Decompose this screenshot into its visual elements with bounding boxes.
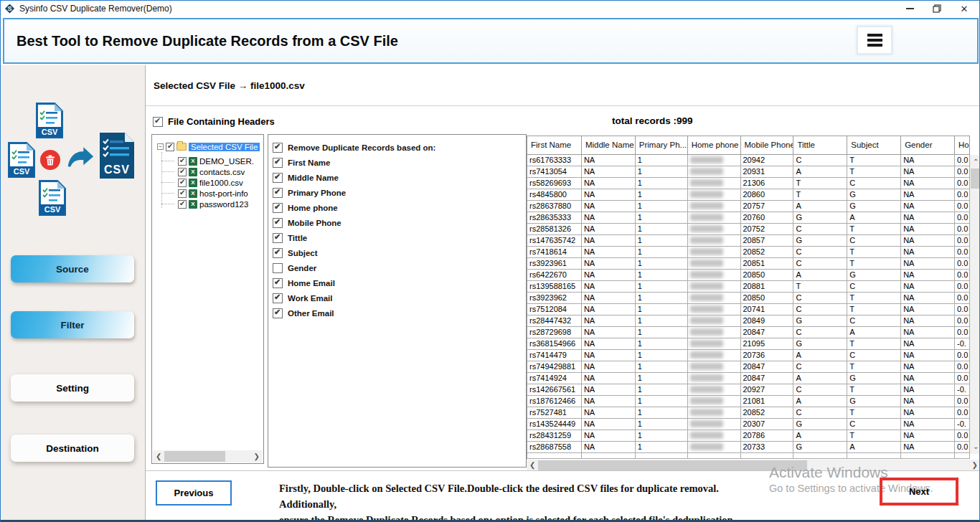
tree-horizontal-scrollbar[interactable]: ❮ ❯	[153, 450, 263, 462]
sidebar-item-destination[interactable]: Destination	[11, 435, 134, 462]
checkbox[interactable]	[273, 293, 283, 303]
scroll-left-icon[interactable]: ❮	[529, 462, 535, 469]
scroll-left-icon[interactable]: ❮	[156, 453, 161, 460]
sidebar-item-source[interactable]: Source	[11, 255, 134, 283]
checkbox[interactable]	[178, 179, 187, 187]
checkbox[interactable]	[166, 143, 174, 151]
checkbox[interactable]	[273, 203, 283, 213]
sidebar-item-filter[interactable]: Filter	[11, 311, 134, 338]
table-row[interactable]: rs4845800NA120860TGNA0.0	[527, 189, 970, 201]
tree-root-item[interactable]: −Selected CSV File	[157, 141, 260, 152]
filter-option-subject[interactable]: Subject	[273, 245, 526, 260]
tree-item-contacts-csv[interactable]: Xcontacts.csv	[178, 166, 245, 177]
checkbox[interactable]	[273, 143, 283, 153]
checkbox[interactable]	[273, 158, 283, 168]
checkbox[interactable]	[178, 157, 187, 166]
table-row[interactable]: rs28581326NA120752CTNA0.0	[527, 224, 970, 235]
column-header[interactable]: Middle Name	[582, 136, 636, 155]
checkbox[interactable]	[273, 248, 283, 258]
filter-option-mobile-phone[interactable]: Mobile Phone	[273, 215, 526, 230]
selected-file-label: Selected CSV File → file1000.csv	[154, 80, 305, 91]
minimize-button[interactable]	[897, 1, 922, 16]
table-row[interactable]: rs28729698NA120847CANA0.0	[527, 327, 970, 338]
table-row[interactable]: rs6422670NA120850AGNA0.0	[527, 270, 970, 281]
table-row[interactable]: rs147635742NA120857GCNA0.0	[527, 235, 970, 247]
filter-header-checkbox[interactable]: Remove Duplicate Records based on:	[273, 140, 526, 155]
table-row[interactable]: rs3923961NA120851CTNA0.0	[527, 258, 970, 270]
scroll-down-icon[interactable]: ⌄	[973, 443, 979, 450]
filter-option-work-email[interactable]: Work Email	[273, 290, 526, 305]
table-row[interactable]: rs187612466NA121081AGNA0.0	[527, 396, 970, 407]
table-vertical-scrollbar[interactable]: ⌃ ⌄	[970, 155, 980, 454]
checkbox[interactable]	[178, 168, 187, 176]
filter-option-middle-name[interactable]: Middle Name	[273, 170, 526, 185]
table-row[interactable]: rs28635333NA120760GANA0.0	[527, 212, 970, 224]
table-row[interactable]: rs142667561NA120927CTNA-0.	[527, 384, 970, 396]
table-row[interactable]: rs58269693NA121306TCNA0.0	[527, 178, 970, 189]
column-header[interactable]: Gender	[901, 136, 955, 155]
scroll-right-icon[interactable]: ❯	[254, 453, 260, 460]
filter-option-first-name[interactable]: First Name	[273, 155, 526, 170]
filter-option-gender[interactable]: Gender	[273, 260, 526, 275]
column-header[interactable]: Mobile Phone	[741, 136, 794, 155]
next-button[interactable]: Next	[880, 478, 958, 506]
table-row[interactable]: rs3923962NA120850CTNA0.0	[527, 293, 970, 304]
column-header[interactable]: Ho	[955, 136, 970, 155]
filter-option-home-email[interactable]: Home Email	[273, 275, 526, 290]
csv-file-type-icon: X	[189, 168, 197, 176]
tree-item-host-port-info[interactable]: Xhost-port-info	[178, 188, 248, 199]
tree-item-demo-user-[interactable]: XDEMO_USER.	[178, 156, 254, 166]
checkbox[interactable]	[273, 188, 283, 198]
column-header[interactable]: Subject	[847, 136, 901, 155]
column-header[interactable]: Tittle	[793, 136, 847, 155]
tree-root-label[interactable]: Selected CSV File	[189, 143, 260, 151]
filter-option-tittle[interactable]: Tittle	[273, 230, 526, 245]
menu-button[interactable]	[857, 26, 892, 54]
checkbox[interactable]	[273, 308, 283, 318]
table-horizontal-scrollbar[interactable]: ❮ ❯	[527, 460, 980, 471]
column-header[interactable]: First Name	[527, 136, 582, 155]
table-row[interactable]: rs28637880NA120757AGNA0.0	[527, 201, 970, 212]
table-row[interactable]: rs7527481NA120852CTNA0.0	[527, 407, 970, 419]
table-row[interactable]: rs28431259NA120786ATNA0.0	[527, 430, 970, 442]
redacted-value	[690, 156, 723, 163]
table-row[interactable]: rs139588165NA120881TCNA0.0	[527, 281, 970, 293]
filter-option-primary-phone[interactable]: Primary Phone	[273, 185, 526, 200]
scroll-up-icon[interactable]: ⌃	[973, 158, 979, 166]
scroll-right-icon[interactable]: ❯	[972, 462, 978, 469]
filter-option-home-phone[interactable]: Home phone	[273, 200, 526, 215]
tree-item-file1000-csv[interactable]: Xfile1000.csv	[178, 177, 243, 188]
tree-scroll-thumb[interactable]	[164, 451, 225, 462]
table-row[interactable]: rs368154966NA121095GTNA-0.	[527, 338, 970, 350]
title-bar: S Sysinfo CSV Duplicate Remover(Demo) ✕	[1, 1, 979, 16]
table-row[interactable]: rs61763333NA120942CTNA0.0	[527, 155, 970, 166]
sidebar-item-setting[interactable]: Setting	[11, 374, 134, 402]
checkbox[interactable]	[273, 263, 283, 273]
checkbox[interactable]	[178, 200, 187, 209]
close-button[interactable]: ✕	[952, 1, 976, 16]
table-row[interactable]: rs7414479NA120736ACNA0.0	[527, 350, 970, 361]
checkbox[interactable]	[178, 189, 187, 198]
table-row[interactable]: rs749429881NA120847CTNA0.0	[527, 361, 970, 373]
table-row[interactable]: rs28447432NA120849GCNA0.0	[527, 315, 970, 327]
table-hscroll-thumb[interactable]	[538, 460, 807, 470]
table-row[interactable]: rs7512084NA120741CTNA0.0	[527, 304, 970, 315]
table-row[interactable]: rs7414924NA120847AGNA0.0	[527, 373, 970, 384]
column-header[interactable]: Home phone	[688, 136, 741, 155]
table-vscroll-thumb[interactable]	[971, 169, 980, 189]
table-row[interactable]: rs28687558NA120733GANA0.0	[527, 442, 970, 453]
checkbox[interactable]	[273, 233, 283, 243]
checkbox[interactable]	[273, 278, 283, 288]
previous-button[interactable]: Previous	[156, 480, 232, 506]
restore-button[interactable]	[925, 1, 949, 16]
checkbox[interactable]	[273, 173, 283, 183]
column-header[interactable]: Primary Ph...	[636, 136, 688, 155]
table-row[interactable]: rs7413054NA120931ATNA0.0	[527, 166, 970, 178]
table-row[interactable]: rs7418614NA120852CTNA0.0	[527, 247, 970, 258]
tree-collapse-icon[interactable]: −	[157, 143, 164, 150]
file-headers-checkbox[interactable]	[153, 117, 163, 127]
tree-item-password123[interactable]: Xpassword123	[178, 199, 248, 209]
checkbox[interactable]	[273, 218, 283, 228]
filter-option-other-email[interactable]: Other Email	[273, 305, 526, 321]
table-row[interactable]: rs143524449NA120307GCNA-0.	[527, 419, 970, 430]
